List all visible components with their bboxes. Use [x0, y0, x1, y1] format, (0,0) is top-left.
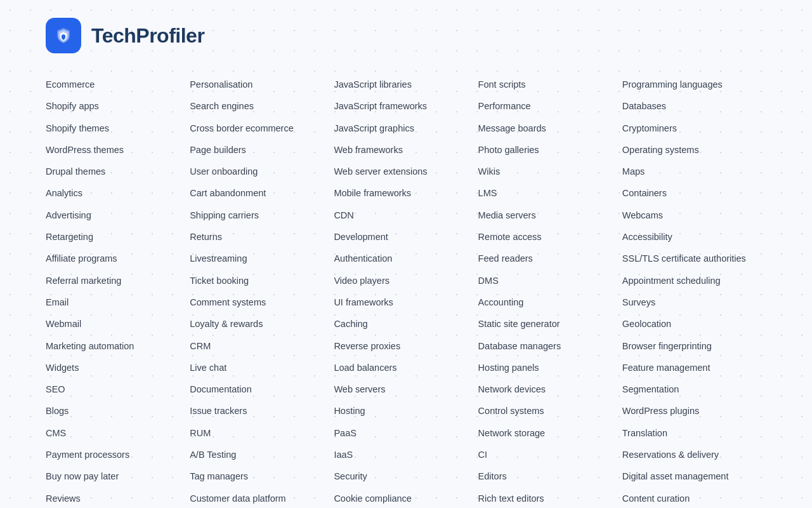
category-item[interactable]: Shopify themes — [46, 117, 190, 139]
category-item[interactable]: Comment systems — [190, 291, 334, 313]
category-item[interactable]: Message boards — [478, 117, 622, 139]
category-item[interactable]: User onboarding — [190, 161, 334, 182]
category-item[interactable]: Surveys — [622, 291, 766, 313]
category-item[interactable]: Reviews — [46, 488, 190, 508]
category-item[interactable]: Hosting panels — [478, 357, 622, 378]
category-item[interactable]: Customer data platform — [190, 488, 334, 508]
category-item[interactable]: Buy now pay later — [46, 465, 190, 487]
category-item[interactable]: Caching — [334, 313, 478, 335]
category-item[interactable]: Feature management — [622, 357, 766, 378]
category-item[interactable]: Video players — [334, 270, 478, 291]
category-item[interactable]: A/B Testing — [190, 444, 334, 465]
category-item[interactable]: Reverse proxies — [334, 335, 478, 357]
category-item[interactable]: Returns — [190, 226, 334, 248]
category-item[interactable]: Ecommerce — [46, 74, 190, 95]
category-item[interactable]: Load balancers — [334, 357, 478, 378]
category-item[interactable]: Cryptominers — [622, 117, 766, 139]
category-item[interactable]: Translation — [622, 422, 766, 444]
category-item[interactable]: Accessibility — [622, 226, 766, 248]
category-item[interactable]: UI frameworks — [334, 291, 478, 313]
category-item[interactable]: Tag managers — [190, 465, 334, 487]
category-item[interactable]: CDN — [334, 204, 478, 226]
category-item[interactable]: Digital asset management — [622, 465, 766, 487]
category-item[interactable]: Database managers — [478, 335, 622, 357]
category-item[interactable]: Operating systems — [622, 139, 766, 161]
category-item[interactable]: Authentication — [334, 248, 478, 269]
category-item[interactable]: Cart abandonment — [190, 182, 334, 204]
category-item[interactable]: Webcams — [622, 204, 766, 226]
category-item[interactable]: Personalisation — [190, 74, 334, 95]
category-item[interactable]: Security — [334, 465, 478, 487]
category-item[interactable]: Issue trackers — [190, 400, 334, 422]
category-item[interactable]: Remote access — [478, 226, 622, 248]
category-item[interactable]: Livestreaming — [190, 248, 334, 269]
category-item[interactable]: Databases — [622, 95, 766, 117]
category-item[interactable]: PaaS — [334, 422, 478, 444]
category-item[interactable]: Web servers — [334, 378, 478, 400]
category-item[interactable]: JavaScript graphics — [334, 117, 478, 139]
category-item[interactable]: Affiliate programs — [46, 248, 190, 269]
category-item[interactable]: Drupal themes — [46, 161, 190, 182]
category-item[interactable]: Programming languages — [622, 74, 766, 95]
category-item[interactable]: SSL/TLS certificate authorities — [622, 248, 766, 269]
category-item[interactable]: Payment processors — [46, 444, 190, 465]
category-item[interactable]: Advertising — [46, 204, 190, 226]
category-item[interactable]: Wikis — [478, 161, 622, 182]
category-item[interactable]: WordPress plugins — [622, 400, 766, 422]
category-item[interactable]: DMS — [478, 270, 622, 291]
category-item[interactable]: CI — [478, 444, 622, 465]
category-item[interactable]: Appointment scheduling — [622, 270, 766, 291]
category-item[interactable]: Shopify apps — [46, 95, 190, 117]
category-item[interactable]: Documentation — [190, 378, 334, 400]
category-item[interactable]: Widgets — [46, 357, 190, 378]
category-item[interactable]: CRM — [190, 335, 334, 357]
category-item[interactable]: IaaS — [334, 444, 478, 465]
category-item[interactable]: Web frameworks — [334, 139, 478, 161]
category-item[interactable]: Editors — [478, 465, 622, 487]
category-item[interactable]: Rich text editors — [478, 488, 622, 508]
category-item[interactable]: Shipping carriers — [190, 204, 334, 226]
category-item[interactable]: Webmail — [46, 313, 190, 335]
category-item[interactable]: Mobile frameworks — [334, 182, 478, 204]
category-item[interactable]: Hosting — [334, 400, 478, 422]
category-item[interactable]: Browser fingerprinting — [622, 335, 766, 357]
category-item[interactable]: Feed readers — [478, 248, 622, 269]
category-item[interactable]: Search engines — [190, 95, 334, 117]
category-item[interactable]: Development — [334, 226, 478, 248]
category-item[interactable]: Performance — [478, 95, 622, 117]
category-item[interactable]: Cookie compliance — [334, 488, 478, 508]
category-item[interactable]: Network storage — [478, 422, 622, 444]
category-item[interactable]: Control systems — [478, 400, 622, 422]
category-item[interactable]: Cross border ecommerce — [190, 117, 334, 139]
category-item[interactable]: Marketing automation — [46, 335, 190, 357]
category-item[interactable]: Maps — [622, 161, 766, 182]
category-item[interactable]: Containers — [622, 182, 766, 204]
category-item[interactable]: CMS — [46, 422, 190, 444]
category-item[interactable]: JavaScript libraries — [334, 74, 478, 95]
category-item[interactable]: Photo galleries — [478, 139, 622, 161]
category-item[interactable]: Live chat — [190, 357, 334, 378]
category-item[interactable]: LMS — [478, 182, 622, 204]
category-item[interactable]: Retargeting — [46, 226, 190, 248]
category-item[interactable]: Ticket booking — [190, 270, 334, 291]
category-item[interactable]: Segmentation — [622, 378, 766, 400]
category-item[interactable]: Static site generator — [478, 313, 622, 335]
category-item[interactable]: Media servers — [478, 204, 622, 226]
category-item[interactable]: Loyalty & rewards — [190, 313, 334, 335]
category-item[interactable]: Analytics — [46, 182, 190, 204]
logo-box[interactable] — [46, 18, 81, 53]
category-item[interactable]: SEO — [46, 378, 190, 400]
category-item[interactable]: WordPress themes — [46, 139, 190, 161]
category-item[interactable]: Geolocation — [622, 313, 766, 335]
category-item[interactable]: Accounting — [478, 291, 622, 313]
category-item[interactable]: RUM — [190, 422, 334, 444]
category-item[interactable]: Referral marketing — [46, 270, 190, 291]
category-item[interactable]: Email — [46, 291, 190, 313]
category-item[interactable]: Network devices — [478, 378, 622, 400]
category-item[interactable]: Reservations & delivery — [622, 444, 766, 465]
category-item[interactable]: Content curation — [622, 488, 766, 508]
category-item[interactable]: JavaScript frameworks — [334, 95, 478, 117]
category-item[interactable]: Font scripts — [478, 74, 622, 95]
category-item[interactable]: Blogs — [46, 400, 190, 422]
category-item[interactable]: Page builders — [190, 139, 334, 161]
